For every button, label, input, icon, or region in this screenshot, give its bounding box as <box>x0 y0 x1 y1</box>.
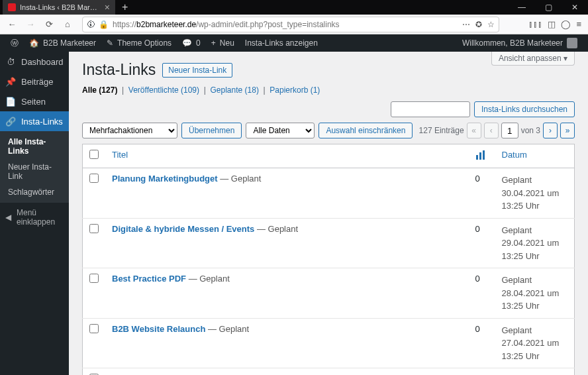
bookmark-icon[interactable]: ☆ <box>487 20 495 29</box>
row-stats: 0 <box>469 368 495 376</box>
row-date: Geplant26.04.2021 um13:25 Uhr <box>495 368 575 376</box>
table-row: WhatsApp als B2B-Marketing-Kanal — Gepla… <box>83 368 575 376</box>
sidebar-item-dashboard[interactable]: ⏱Dashboard <box>0 52 69 72</box>
back-button[interactable]: ← <box>4 17 20 32</box>
post-state: — Geplant <box>257 224 298 234</box>
more-icon[interactable]: ⋯ <box>462 20 470 29</box>
item-count: 127 Einträge <box>419 126 464 135</box>
column-date[interactable]: Datum <box>495 144 575 168</box>
stats-icon <box>475 152 486 162</box>
post-state: — Geplant <box>220 174 261 184</box>
admin-sidebar: ⏱Dashboard📌Beiträge📄Seiten🔗Insta-Links A… <box>0 52 69 375</box>
prev-page-button[interactable]: ‹ <box>484 123 499 138</box>
favicon <box>8 3 16 11</box>
submenu-item[interactable]: Schlagwörter <box>0 184 69 200</box>
filter-published[interactable]: Veröffentlichte (109) <box>128 85 199 95</box>
row-stats: 0 <box>469 218 495 268</box>
svg-rect-1 <box>479 152 481 160</box>
page-title: Insta-Links <box>82 61 156 79</box>
search-button[interactable]: Insta-Links durchsuchen <box>474 101 575 117</box>
next-page-button[interactable]: › <box>543 123 558 138</box>
sidebar-item-beiträge[interactable]: 📌Beiträge <box>0 72 69 91</box>
account-link[interactable]: Willkommen, B2B Marketeer <box>457 34 583 52</box>
reload-button[interactable]: ⟳ <box>41 17 57 32</box>
table-row: Planung Marketingbudget — Geplant0Geplan… <box>83 168 575 219</box>
theme-options-link[interactable]: ✎Theme Options <box>101 34 177 52</box>
new-content-link[interactable]: +Neu <box>206 34 240 52</box>
column-title[interactable]: Titel <box>105 144 469 168</box>
row-title-link[interactable]: Best Practice PDF <box>112 274 186 284</box>
account-icon[interactable]: ◯ <box>561 19 571 29</box>
maximize-button[interactable]: ▢ <box>535 0 562 15</box>
browser-tab[interactable]: Insta-Links ‹ B2B Marketeer — × <box>3 0 115 15</box>
close-window-button[interactable]: ✕ <box>562 0 588 15</box>
filter-all[interactable]: Alle (127) <box>82 85 117 95</box>
filter-trash[interactable]: Papierkorb (1) <box>270 85 320 95</box>
total-pages: von 3 <box>521 126 540 135</box>
add-new-button[interactable]: Neuer Insta-Link <box>162 63 232 78</box>
reader-icon[interactable]: ✪ <box>475 20 482 29</box>
first-page-button[interactable]: « <box>467 123 481 138</box>
comments-link[interactable]: 💬0 <box>177 34 206 52</box>
current-page-input[interactable] <box>501 123 518 138</box>
sidebar-item-seiten[interactable]: 📄Seiten <box>0 91 69 111</box>
customize-icon: ✎ <box>107 38 113 48</box>
menu-icon[interactable]: ≡ <box>576 19 581 29</box>
dashboard-icon: ⏱ <box>5 56 16 67</box>
plus-icon: + <box>211 38 216 48</box>
library-icon[interactable]: ⫿⫿⫿ <box>528 19 542 29</box>
select-all-checkbox[interactable] <box>89 150 99 159</box>
status-filter: Alle (127) | Veröffentlichte (109) | Gep… <box>82 85 575 95</box>
date-filter-select[interactable]: Alle Daten <box>246 123 315 138</box>
sidebar-item-insta-links[interactable]: 🔗Insta-Links <box>0 111 69 131</box>
apply-button[interactable]: Übernehmen <box>181 123 242 138</box>
url-text: https://b2bmarketeer.de/wp-admin/edit.ph… <box>113 20 458 29</box>
minimize-button[interactable]: — <box>509 0 535 15</box>
new-tab-button[interactable]: + <box>115 1 134 13</box>
shield-icon: 🛈 <box>87 20 95 29</box>
content-area: Ansicht anpassen ▾ Insta-Links Neuer Ins… <box>69 52 588 375</box>
row-checkbox[interactable] <box>89 324 99 333</box>
svg-rect-2 <box>483 150 485 160</box>
home-button[interactable]: ⌂ <box>60 17 75 32</box>
lock-icon: 🔒 <box>99 20 109 29</box>
avatar <box>567 38 577 48</box>
row-title-link[interactable]: Planung Marketingbudget <box>112 174 218 184</box>
row-title-link[interactable]: Digitale & hybride Messen / Events <box>112 224 254 234</box>
row-date: Geplant29.04.2021 um13:25 Uhr <box>495 218 575 268</box>
submenu-item[interactable]: Neuer Insta-Link <box>0 159 69 184</box>
row-stats: 0 <box>469 318 495 368</box>
url-bar[interactable]: 🛈 🔒 https://b2bmarketeer.de/wp-admin/edi… <box>82 17 499 32</box>
comment-icon: 💬 <box>182 38 192 48</box>
search-input[interactable] <box>391 101 470 117</box>
row-checkbox[interactable] <box>89 274 99 283</box>
row-checkbox[interactable] <box>89 224 99 233</box>
table-row: B2B Website Relaunch — Geplant0Geplant27… <box>83 318 575 368</box>
submenu-item[interactable]: Alle Insta-Links <box>0 134 69 159</box>
tab-close-icon[interactable]: × <box>105 2 110 13</box>
pages-icon: 📄 <box>5 96 16 107</box>
row-checkbox[interactable] <box>89 174 99 183</box>
post-state: — Geplant <box>189 274 230 284</box>
svg-rect-0 <box>476 155 478 160</box>
collapse-menu-button[interactable]: ◀ Menü einklappen <box>0 203 69 232</box>
view-link[interactable]: Insta-Links anzeigen <box>240 34 323 52</box>
forward-button[interactable]: → <box>23 17 38 32</box>
pin-icon: 📌 <box>5 76 16 87</box>
post-state: — Geplant <box>208 324 249 334</box>
row-stats: 0 <box>469 168 495 219</box>
row-stats: 0 <box>469 268 495 319</box>
browser-nav-bar: ← → ⟳ ⌂ 🛈 🔒 https://b2bmarketeer.de/wp-a… <box>0 15 588 34</box>
filter-button[interactable]: Auswahl einschränken <box>318 123 413 138</box>
sidebar-icon[interactable]: ◫ <box>548 19 556 29</box>
screen-options-button[interactable]: Ansicht anpassen ▾ <box>491 52 575 66</box>
bulk-action-select[interactable]: Mehrfachaktionen <box>82 123 177 138</box>
site-name-link[interactable]: 🏠B2B Marketeer <box>24 34 101 52</box>
wp-logo[interactable]: ⓦ <box>5 34 24 52</box>
table-row: Best Practice PDF — Geplant0Geplant28.04… <box>83 268 575 319</box>
row-date: Geplant28.04.2021 um13:25 Uhr <box>495 268 575 319</box>
row-title-link[interactable]: B2B Website Relaunch <box>112 324 205 334</box>
filter-scheduled[interactable]: Geplante (18) <box>210 85 258 95</box>
column-stats[interactable] <box>469 144 495 168</box>
last-page-button[interactable]: » <box>560 123 575 138</box>
